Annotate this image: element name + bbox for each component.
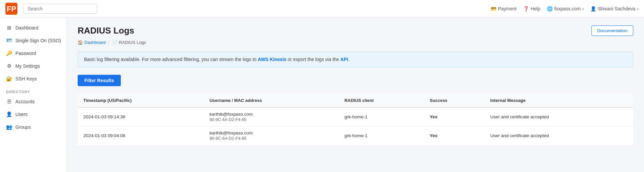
payment-label: Payment: [498, 6, 516, 11]
user-icon: 👤: [590, 6, 596, 11]
password-icon: 🔑: [6, 50, 12, 56]
cell-timestamp: 2024-01-03 09:04:08: [78, 126, 204, 145]
logo-area: FP: [5, 3, 17, 15]
directory-section-label: DIRECTORY: [0, 85, 67, 95]
cell-success: Yes: [424, 107, 485, 126]
accounts-icon: ☰: [6, 99, 12, 105]
cell-username: karthik@foxpass.com90-9C-4A-D2-F4-85: [204, 107, 339, 126]
cell-message: User and certificate accepted: [485, 107, 633, 126]
col-username: Username / MAC address: [204, 94, 339, 108]
sidebar-item-users[interactable]: 👤 Users: [0, 108, 67, 121]
user-chevron-icon: ›: [637, 6, 639, 11]
sidebar: ⊞ Dashboard 🪪 Single Sign On (SSO) 🔑 Pas…: [0, 17, 67, 172]
sidebar-item-label: Password: [15, 51, 36, 56]
info-banner-text: Basic log filtering available. For more …: [84, 57, 258, 62]
table-row: 2024-01-03 09:04:08 karthik@foxpass.com9…: [78, 126, 633, 145]
info-banner: Basic log filtering available. For more …: [78, 52, 633, 67]
help-label: Help: [531, 6, 540, 11]
cell-mac: 90-9C-4A-D2-F4-85: [210, 136, 334, 141]
sidebar-item-sso[interactable]: 🪪 Single Sign On (SSO): [0, 34, 67, 47]
table-row: 2024-01-03 09:14:36 karthik@foxpass.com9…: [78, 107, 633, 126]
sidebar-item-my-settings[interactable]: ⚙ My Settings: [0, 60, 67, 72]
sidebar-item-label: Groups: [15, 124, 31, 130]
page-header: RADIUS Logs Documentation: [78, 25, 633, 40]
log-table: Timestamp (US/Pacific) Username / MAC ad…: [78, 94, 633, 145]
cell-radius-client: grk-home-1: [339, 107, 424, 126]
svg-text:FP: FP: [7, 5, 16, 13]
col-message: Internal Message: [485, 94, 633, 108]
cell-message: User and certificate accepted: [485, 126, 633, 145]
user-label: Shivani Sachdeva: [598, 6, 635, 11]
sidebar-item-label: Accounts: [15, 99, 35, 104]
breadcrumb-home-link[interactable]: 🏠 Dashboard: [78, 40, 106, 45]
info-banner-end: .: [348, 57, 349, 62]
help-nav-item[interactable]: ❓ Help: [523, 6, 540, 11]
payment-nav-item[interactable]: 💳 Payment: [491, 6, 516, 11]
info-banner-mid: or export the logs via the: [287, 57, 340, 62]
api-link[interactable]: API: [340, 57, 348, 62]
search-input[interactable]: [23, 4, 97, 14]
settings-icon: ⚙: [6, 63, 12, 69]
ssh-icon: 🔐: [6, 76, 12, 82]
cell-timestamp: 2024-01-03 09:14:36: [78, 107, 204, 126]
sidebar-item-label: Single Sign On (SSO): [15, 38, 61, 43]
kinesis-link[interactable]: AWS Kinesis: [258, 57, 287, 62]
sidebar-item-label: SSH Keys: [15, 76, 37, 81]
help-icon: ❓: [523, 6, 529, 11]
app-body: ⊞ Dashboard 🪪 Single Sign On (SSO) 🔑 Pas…: [0, 17, 644, 172]
breadcrumb-home-icon: 🏠: [78, 40, 83, 45]
breadcrumb-current-label: RADIUS Logs: [119, 40, 146, 45]
domain-label: foxpass.com: [554, 6, 581, 11]
user-menu[interactable]: 👤 Shivani Sachdeva ›: [590, 6, 639, 11]
filter-results-button[interactable]: Filter Results: [78, 75, 121, 86]
cell-success: Yes: [424, 126, 485, 145]
table-body: 2024-01-03 09:14:36 karthik@foxpass.com9…: [78, 107, 633, 145]
main-content: RADIUS Logs Documentation 🏠 Dashboard / …: [67, 17, 644, 172]
sidebar-item-password[interactable]: 🔑 Password: [0, 47, 67, 60]
sso-icon: 🪪: [6, 38, 12, 44]
col-success: Success: [424, 94, 485, 108]
breadcrumb-separator: /: [108, 40, 110, 45]
col-timestamp: Timestamp (US/Pacific): [78, 94, 204, 108]
col-radius-client: RADIUS client: [339, 94, 424, 108]
topnav-right: 💳 Payment ❓ Help 🌐 foxpass.com › 👤 Shiva…: [491, 6, 639, 11]
topnav: FP 💳 Payment ❓ Help 🌐 foxpass.com › 👤 Sh…: [0, 0, 644, 17]
cell-radius-client: grk-home-1: [339, 126, 424, 145]
page-title: RADIUS Logs: [78, 25, 134, 36]
breadcrumb: 🏠 Dashboard / 📄 RADIUS Logs: [78, 40, 633, 45]
sidebar-item-accounts[interactable]: ☰ Accounts: [0, 95, 67, 108]
sidebar-item-label: Dashboard: [15, 25, 38, 31]
breadcrumb-home-label: Dashboard: [84, 40, 106, 45]
payment-icon: 💳: [491, 6, 496, 11]
sidebar-item-label: Users: [15, 112, 28, 117]
table-head: Timestamp (US/Pacific) Username / MAC ad…: [78, 94, 633, 108]
domain-nav-item[interactable]: 🌐 foxpass.com ›: [547, 6, 584, 11]
dashboard-icon: ⊞: [6, 25, 12, 31]
groups-icon: 👥: [6, 124, 12, 130]
breadcrumb-doc-icon: 📄: [112, 40, 117, 45]
cell-mac: 90-9C-4A-D2-F4-85: [210, 117, 334, 122]
domain-icon: 🌐: [547, 6, 553, 11]
sidebar-item-ssh-keys[interactable]: 🔐 SSH Keys: [0, 72, 67, 85]
breadcrumb-current: 📄 RADIUS Logs: [112, 40, 146, 45]
sidebar-item-groups[interactable]: 👥 Groups: [0, 121, 67, 133]
cell-username: karthik@foxpass.com90-9C-4A-D2-F4-85: [204, 126, 339, 145]
foxpass-logo: FP: [5, 3, 17, 15]
sidebar-item-dashboard[interactable]: ⊞ Dashboard: [0, 21, 67, 34]
table-header-row: Timestamp (US/Pacific) Username / MAC ad…: [78, 94, 633, 108]
domain-chevron-icon: ›: [582, 6, 584, 11]
documentation-button[interactable]: Documentation: [591, 25, 633, 36]
users-icon: 👤: [6, 111, 12, 117]
sidebar-item-label: My Settings: [15, 63, 40, 69]
